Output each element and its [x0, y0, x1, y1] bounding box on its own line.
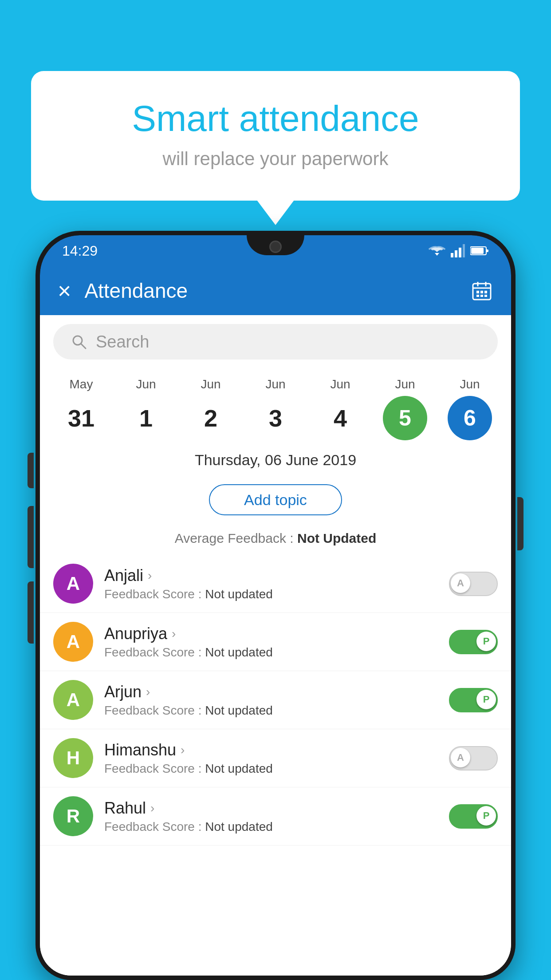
student-avatar: H — [53, 738, 93, 778]
student-name: Himanshu › — [104, 741, 449, 759]
date-number: 3 — [269, 404, 282, 432]
app-bar: × Attendance — [40, 266, 511, 315]
toggle-container[interactable]: A — [449, 572, 498, 596]
svg-rect-15 — [476, 295, 479, 297]
svg-rect-14 — [484, 291, 487, 293]
student-avatar: R — [53, 796, 93, 836]
toggle-container[interactable]: P — [449, 804, 498, 829]
student-feedback: Feedback Score : Not updated — [104, 587, 449, 601]
volume-up-button — [28, 453, 34, 488]
phone-frame: 14:29 — [35, 231, 516, 980]
student-avatar: A — [53, 680, 93, 720]
student-list: AAnjali ›Feedback Score : Not updatedAAA… — [40, 555, 511, 976]
student-item[interactable]: AAnjali ›Feedback Score : Not updatedA — [40, 555, 511, 613]
chevron-icon: › — [150, 801, 154, 815]
student-name: Anupriya › — [104, 624, 449, 643]
svg-rect-7 — [471, 248, 484, 254]
date-number: 2 — [204, 404, 217, 432]
close-button[interactable]: × — [58, 277, 71, 304]
date-month: Jun — [395, 377, 415, 391]
selected-date: Thursday, 06 June 2019 — [40, 440, 511, 480]
student-item[interactable]: RRahul ›Feedback Score : Not updatedP — [40, 787, 511, 846]
attendance-toggle[interactable]: A — [449, 572, 498, 596]
student-item[interactable]: HHimanshu ›Feedback Score : Not updatedA — [40, 729, 511, 787]
svg-rect-16 — [480, 295, 483, 297]
battery-icon — [470, 245, 489, 256]
wifi-icon — [429, 244, 445, 257]
calendar-icon[interactable] — [470, 279, 493, 302]
date-number: 1 — [139, 404, 153, 432]
bubble-title: Smart attendance — [67, 98, 484, 139]
date-strip: May31Jun1Jun2Jun3Jun4Jun5Jun6 — [40, 368, 511, 440]
student-feedback: Feedback Score : Not updated — [104, 762, 449, 776]
date-month: May — [70, 377, 93, 391]
student-avatar: A — [53, 564, 93, 604]
chevron-icon: › — [148, 569, 152, 583]
screen-content: Search May31Jun1Jun2Jun3Jun4Jun5Jun6 Thu… — [40, 315, 511, 976]
add-topic-button[interactable]: Add topic — [209, 484, 342, 515]
toggle-container[interactable]: P — [449, 688, 498, 712]
student-feedback: Feedback Score : Not updated — [104, 703, 449, 718]
avg-feedback-value: Not Updated — [297, 531, 376, 545]
attendance-toggle[interactable]: P — [449, 688, 498, 712]
student-avatar: A — [53, 622, 93, 662]
toggle-thumb: A — [451, 748, 470, 767]
svg-rect-3 — [459, 248, 461, 257]
power-button — [517, 497, 523, 550]
student-item[interactable]: AAnupriya ›Feedback Score : Not updatedP — [40, 613, 511, 671]
attendance-toggle[interactable]: A — [449, 746, 498, 771]
date-item-31[interactable]: May31 — [50, 377, 112, 440]
avg-feedback-label: Average Feedback : — [175, 531, 297, 545]
student-name: Rahul › — [104, 799, 449, 818]
svg-rect-6 — [486, 249, 488, 252]
date-month: Jun — [136, 377, 156, 391]
status-icons — [429, 244, 489, 257]
phone-screen: 14:29 — [40, 235, 511, 976]
svg-rect-1 — [451, 253, 453, 257]
toggle-thumb: P — [476, 690, 496, 709]
date-item-1[interactable]: Jun1 — [115, 377, 177, 440]
search-field[interactable]: Search — [53, 324, 498, 360]
svg-rect-12 — [476, 291, 479, 293]
camera — [269, 241, 282, 253]
search-bar-container: Search — [40, 315, 511, 368]
toggle-container[interactable]: P — [449, 630, 498, 654]
bubble-subtitle: will replace your paperwork — [67, 148, 484, 170]
volume-mute-button — [28, 581, 34, 644]
date-month: Jun — [265, 377, 285, 391]
search-placeholder: Search — [96, 332, 149, 352]
svg-rect-4 — [463, 244, 465, 257]
app-title: Attendance — [84, 279, 457, 303]
toggle-thumb: A — [451, 573, 470, 593]
phone-inner: 14:29 — [40, 235, 511, 976]
attendance-toggle[interactable]: P — [449, 630, 498, 654]
status-time: 14:29 — [62, 243, 98, 259]
student-name: Arjun › — [104, 683, 449, 701]
student-name: Anjali › — [104, 566, 449, 585]
student-item[interactable]: AArjun ›Feedback Score : Not updatedP — [40, 671, 511, 729]
student-info: Anjali ›Feedback Score : Not updated — [104, 566, 449, 601]
chevron-icon: › — [172, 627, 176, 641]
student-info: Anupriya ›Feedback Score : Not updated — [104, 624, 449, 660]
speech-bubble: Smart attendance will replace your paper… — [31, 71, 520, 201]
date-number: 5 — [399, 405, 411, 431]
volume-down-button — [28, 506, 34, 568]
toggle-thumb: P — [476, 806, 496, 826]
date-item-6[interactable]: Jun6 — [439, 377, 501, 440]
student-info: Arjun ›Feedback Score : Not updated — [104, 683, 449, 718]
svg-rect-17 — [484, 295, 487, 297]
attendance-toggle[interactable]: P — [449, 804, 498, 829]
date-item-5[interactable]: Jun5 — [374, 377, 436, 440]
toggle-container[interactable]: A — [449, 746, 498, 771]
svg-rect-2 — [455, 250, 457, 257]
date-item-4[interactable]: Jun4 — [309, 377, 371, 440]
date-number: 31 — [68, 404, 94, 432]
date-item-2[interactable]: Jun2 — [180, 377, 242, 440]
toggle-thumb: P — [476, 632, 496, 651]
date-item-3[interactable]: Jun3 — [244, 377, 307, 440]
student-info: Rahul ›Feedback Score : Not updated — [104, 799, 449, 834]
speech-bubble-container: Smart attendance will replace your paper… — [31, 71, 520, 201]
student-feedback: Feedback Score : Not updated — [104, 645, 449, 660]
svg-line-19 — [81, 344, 86, 348]
date-month: Jun — [460, 377, 480, 391]
